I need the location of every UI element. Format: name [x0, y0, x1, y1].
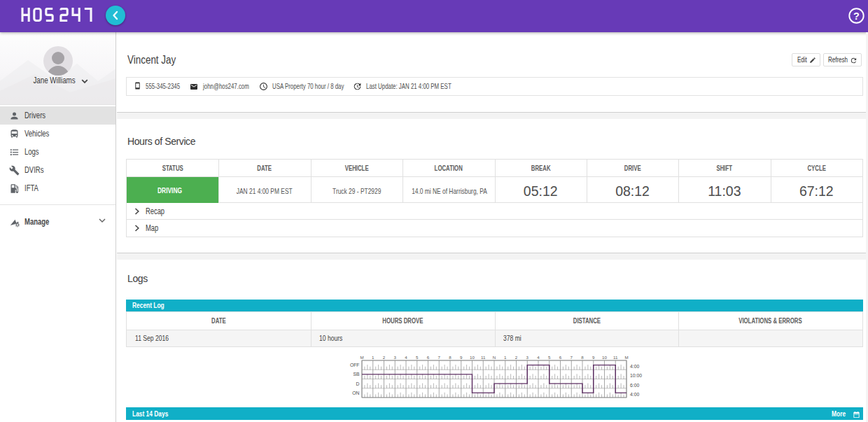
svg-text:6: 6 [426, 355, 429, 360]
svg-text:M: M [624, 355, 628, 360]
svg-text:3: 3 [393, 355, 396, 360]
svg-text:4: 4 [537, 355, 540, 360]
svg-text:2: 2 [382, 355, 385, 360]
svg-text:M: M [360, 355, 363, 360]
svg-text:10: 10 [602, 355, 607, 360]
svg-text:11: 11 [481, 355, 486, 360]
svg-text:11: 11 [613, 355, 618, 360]
svg-text:ON: ON [352, 391, 359, 395]
svg-text:4:00: 4:00 [630, 392, 639, 397]
svg-text:7: 7 [570, 355, 573, 360]
svg-text:10: 10 [470, 355, 475, 360]
svg-text:8: 8 [581, 355, 584, 360]
svg-text:6: 6 [559, 355, 561, 360]
svg-text:4: 4 [405, 355, 407, 360]
svg-text:6:00: 6:00 [630, 383, 639, 388]
svg-text:OFF: OFF [349, 363, 359, 367]
svg-text:9: 9 [592, 355, 595, 360]
svg-text:1: 1 [372, 355, 374, 360]
svg-text:9: 9 [460, 355, 463, 360]
svg-text:4:00: 4:00 [630, 364, 639, 369]
svg-text:3: 3 [526, 355, 528, 360]
svg-text:5: 5 [548, 355, 551, 360]
svg-text:N: N [492, 355, 495, 360]
svg-text:D: D [356, 381, 359, 386]
svg-text:5: 5 [416, 355, 419, 360]
svg-text:?: ? [853, 10, 860, 22]
svg-text:1: 1 [504, 355, 507, 360]
svg-text:7: 7 [438, 355, 440, 360]
svg-text:SB: SB [353, 372, 360, 377]
svg-text:8: 8 [449, 355, 451, 360]
svg-text:10:00: 10:00 [630, 373, 642, 378]
svg-text:2: 2 [514, 355, 517, 360]
